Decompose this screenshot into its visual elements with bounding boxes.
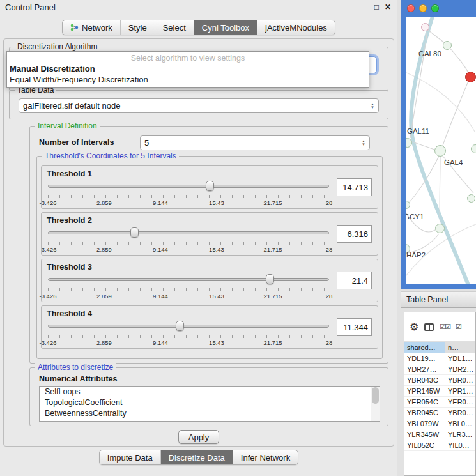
slider-track[interactable] xyxy=(48,278,329,281)
number-of-intervals-label: Number of Intervals xyxy=(39,138,114,147)
table-cell[interactable]: YPR1… xyxy=(445,387,475,395)
table-cell[interactable]: YBR043C xyxy=(404,375,445,385)
table-cell[interactable]: YDL1… xyxy=(445,355,475,362)
column-header-shared[interactable]: shared… xyxy=(404,342,445,353)
list-item[interactable]: BetweennessCentrality xyxy=(40,408,380,419)
network-canvas[interactable]: GAL80 GAL11 GAL4 GCY1 HAP2 xyxy=(406,17,476,284)
apply-button[interactable]: Apply xyxy=(178,430,219,444)
select-all-columns-icon[interactable]: ☑☑ xyxy=(440,323,450,331)
slider-thumb[interactable] xyxy=(130,227,139,238)
table-cell[interactable]: YPR145W xyxy=(404,386,445,396)
table-cell[interactable]: YER054C xyxy=(404,397,445,407)
combo-stepper-icon[interactable]: ▲ ▼ xyxy=(358,140,365,146)
threshold-slider[interactable]: -3.4262.8599.14415.4321.71528 xyxy=(48,320,329,348)
table-row[interactable]: YBR045CYBR0… xyxy=(404,408,475,418)
tab-discretize-data[interactable]: Discretize Data xyxy=(161,450,233,464)
table-row[interactable]: YIL052CYIL0… xyxy=(404,440,475,451)
select-column-icon[interactable]: ☑ xyxy=(456,323,461,331)
tab-cyni-toolbox[interactable]: Cyni Toolbox xyxy=(194,20,257,35)
table-panel-titlebar: Table Panel xyxy=(401,291,476,308)
number-of-intervals-combobox[interactable]: 5 ▲ ▼ xyxy=(140,135,370,150)
table-row[interactable]: YLR345WYLR3… xyxy=(404,429,475,440)
dropdown-option-manual-discretization[interactable]: Manual Discretization xyxy=(7,63,369,74)
table-cell[interactable]: YIL052C xyxy=(404,440,445,450)
column-header-name[interactable]: n… xyxy=(445,342,475,353)
close-window-icon[interactable] xyxy=(407,4,415,12)
threshold-value-field[interactable]: 11.344 xyxy=(337,318,372,336)
gear-icon[interactable]: ⚙ xyxy=(410,321,418,333)
table-row[interactable]: YBL079WYBL0… xyxy=(404,418,475,429)
threshold-value-field[interactable]: 14.713 xyxy=(337,178,372,196)
float-window-icon[interactable]: □ xyxy=(374,3,379,12)
node-label-gal11: GAL11 xyxy=(407,127,429,135)
table-cell[interactable]: YDR2… xyxy=(445,365,475,373)
network-node[interactable] xyxy=(443,41,452,50)
threshold-value-field[interactable]: 6.316 xyxy=(337,225,372,243)
table-cell[interactable]: YBL079W xyxy=(404,418,445,429)
tab-jactivemnodules[interactable]: jActiveMNodules xyxy=(257,20,335,35)
table-cell[interactable]: YLR3… xyxy=(445,431,475,438)
threshold-slider[interactable]: -3.4262.8599.14415.4321.71528 xyxy=(48,180,329,208)
algorithm-group-title: Discretization Algorithm xyxy=(15,42,100,51)
table-cell[interactable]: YBR0… xyxy=(445,376,475,384)
table-cell[interactable]: YDL19… xyxy=(404,353,445,364)
columns-icon[interactable] xyxy=(424,323,434,331)
minimize-window-icon[interactable] xyxy=(419,4,427,12)
tab-style[interactable]: Style xyxy=(121,20,155,35)
threshold-panel: Threshold 4 -3.4262.8599.14415.4321.7152… xyxy=(41,305,378,349)
tick-label: 2.859 xyxy=(96,293,112,300)
table-cell[interactable]: YLR345W xyxy=(404,429,445,440)
threshold-coordinates-title: Threshold's Coordinates for 5 Intervals xyxy=(42,151,179,160)
table-row[interactable]: YBR043CYBR0… xyxy=(404,375,475,386)
network-node[interactable] xyxy=(421,23,429,31)
table-cell[interactable]: YBR045C xyxy=(404,408,445,418)
table-cell[interactable]: YER0… xyxy=(445,398,475,406)
threshold-slider[interactable]: -3.4262.8599.14415.4321.71528 xyxy=(48,227,329,255)
attributes-list[interactable]: SelfLoopsTopologicalCoefficientBetweenne… xyxy=(39,386,380,422)
close-panel-icon[interactable]: ✕ xyxy=(385,3,391,12)
zoom-window-icon[interactable] xyxy=(431,4,439,12)
slider-track[interactable] xyxy=(48,325,329,328)
table-row[interactable]: YDR27…YDR2… xyxy=(404,364,475,375)
table-data-combobox[interactable]: galFiltered.sif default node ▲ ▼ xyxy=(19,98,379,113)
network-node[interactable] xyxy=(435,224,445,233)
table-cell[interactable]: YBL0… xyxy=(445,420,475,427)
tick-label: 9.144 xyxy=(153,199,168,206)
slider-track[interactable] xyxy=(48,185,329,188)
network-node[interactable] xyxy=(434,145,446,157)
table-row[interactable]: YPR145WYPR1… xyxy=(404,386,475,397)
tab-network[interactable]: Network xyxy=(63,20,121,35)
combo-stepper-icon[interactable]: ▲ ▼ xyxy=(367,103,374,109)
slider-thumb[interactable] xyxy=(206,181,214,191)
table-row[interactable]: YDL19…YDL1… xyxy=(404,353,475,364)
list-item[interactable]: SelfLoops xyxy=(40,387,380,397)
slider-thumb[interactable] xyxy=(176,321,184,331)
list-item[interactable]: TopologicalCoefficient xyxy=(40,397,380,408)
table-data-group: Table Data galFiltered.sif default node … xyxy=(9,90,388,119)
slider-track[interactable] xyxy=(48,231,329,234)
dropdown-option-equal-width[interactable]: Equal Width/Frequency Discretization xyxy=(7,74,369,85)
table-row[interactable]: YER054CYER0… xyxy=(404,397,475,408)
table-panel-card: ⚙ ☑☑ ☑ shared… n… YDL19…YDL1…YDR27…YDR2…… xyxy=(404,312,476,476)
tab-infer-network[interactable]: Infer Network xyxy=(233,450,298,464)
threshold-slider[interactable]: -3.4262.8599.14415.4321.71528 xyxy=(48,273,329,302)
tick-label: 15.43 xyxy=(209,293,224,300)
network-node[interactable] xyxy=(471,144,476,153)
attributes-group: Attributes to discretize Numerical Attri… xyxy=(29,367,388,426)
threshold-panel: Threshold 1 -3.4262.8599.14415.4321.7152… xyxy=(41,165,378,209)
attributes-scrollbar[interactable] xyxy=(371,387,380,421)
scrollbar-thumb[interactable] xyxy=(372,387,379,404)
table-cell[interactable]: YBR0… xyxy=(445,409,475,417)
threshold-label: Threshold 2 xyxy=(47,216,92,225)
tab-select[interactable]: Select xyxy=(155,20,194,35)
network-node[interactable] xyxy=(467,194,475,203)
tick-label: 15.43 xyxy=(209,199,224,206)
threshold-value-field[interactable]: 21.4 xyxy=(337,272,372,289)
slider-thumb[interactable] xyxy=(266,274,274,284)
network-node-selected[interactable] xyxy=(465,72,476,82)
tick-label: 15.43 xyxy=(209,246,224,253)
tab-impute-data[interactable]: Impute Data xyxy=(100,450,161,464)
table-cell[interactable]: YDR27… xyxy=(404,364,445,374)
table-cell[interactable]: YIL0… xyxy=(445,441,475,449)
tick-label: 2.859 xyxy=(96,339,112,346)
